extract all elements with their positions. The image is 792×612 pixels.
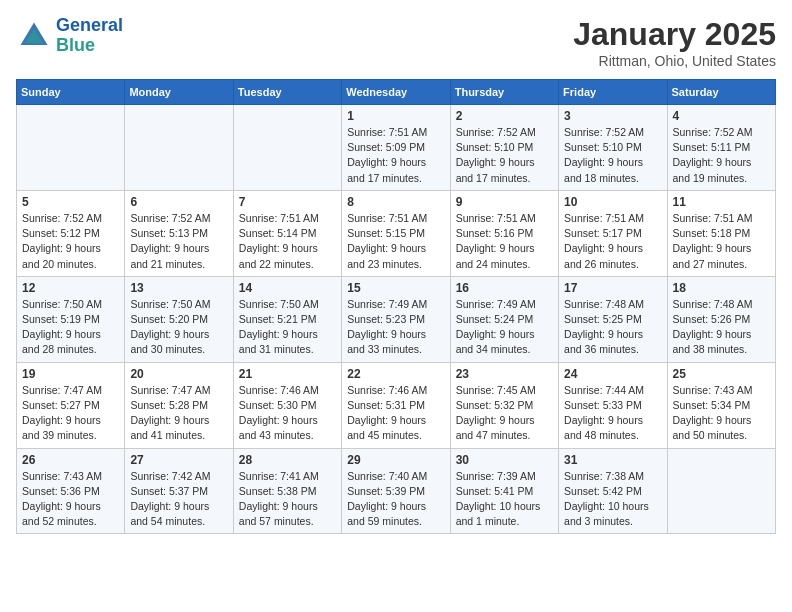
calendar-day-cell: 5Sunrise: 7:52 AMSunset: 5:12 PMDaylight… [17, 190, 125, 276]
day-number: 23 [456, 367, 553, 381]
calendar-day-cell: 29Sunrise: 7:40 AMSunset: 5:39 PMDayligh… [342, 448, 450, 534]
day-info: Sunrise: 7:42 AMSunset: 5:37 PMDaylight:… [130, 469, 227, 530]
calendar-week-row: 19Sunrise: 7:47 AMSunset: 5:27 PMDayligh… [17, 362, 776, 448]
calendar-body: 1Sunrise: 7:51 AMSunset: 5:09 PMDaylight… [17, 105, 776, 534]
calendar-day-cell: 20Sunrise: 7:47 AMSunset: 5:28 PMDayligh… [125, 362, 233, 448]
calendar-week-row: 1Sunrise: 7:51 AMSunset: 5:09 PMDaylight… [17, 105, 776, 191]
day-number: 2 [456, 109, 553, 123]
day-number: 5 [22, 195, 119, 209]
day-info: Sunrise: 7:38 AMSunset: 5:42 PMDaylight:… [564, 469, 661, 530]
logo: General Blue [16, 16, 123, 56]
calendar-day-cell: 7Sunrise: 7:51 AMSunset: 5:14 PMDaylight… [233, 190, 341, 276]
calendar-day-cell: 14Sunrise: 7:50 AMSunset: 5:21 PMDayligh… [233, 276, 341, 362]
day-info: Sunrise: 7:45 AMSunset: 5:32 PMDaylight:… [456, 383, 553, 444]
calendar-day-cell [667, 448, 775, 534]
day-number: 1 [347, 109, 444, 123]
day-info: Sunrise: 7:43 AMSunset: 5:34 PMDaylight:… [673, 383, 770, 444]
day-info: Sunrise: 7:50 AMSunset: 5:21 PMDaylight:… [239, 297, 336, 358]
day-number: 10 [564, 195, 661, 209]
month-title: January 2025 [573, 16, 776, 53]
calendar-day-cell: 3Sunrise: 7:52 AMSunset: 5:10 PMDaylight… [559, 105, 667, 191]
day-info: Sunrise: 7:51 AMSunset: 5:15 PMDaylight:… [347, 211, 444, 272]
calendar-day-cell: 23Sunrise: 7:45 AMSunset: 5:32 PMDayligh… [450, 362, 558, 448]
calendar-day-cell: 4Sunrise: 7:52 AMSunset: 5:11 PMDaylight… [667, 105, 775, 191]
day-number: 25 [673, 367, 770, 381]
day-info: Sunrise: 7:52 AMSunset: 5:11 PMDaylight:… [673, 125, 770, 186]
calendar-day-cell: 13Sunrise: 7:50 AMSunset: 5:20 PMDayligh… [125, 276, 233, 362]
day-info: Sunrise: 7:49 AMSunset: 5:24 PMDaylight:… [456, 297, 553, 358]
day-info: Sunrise: 7:50 AMSunset: 5:19 PMDaylight:… [22, 297, 119, 358]
day-info: Sunrise: 7:52 AMSunset: 5:12 PMDaylight:… [22, 211, 119, 272]
day-info: Sunrise: 7:51 AMSunset: 5:18 PMDaylight:… [673, 211, 770, 272]
calendar-day-header: Tuesday [233, 80, 341, 105]
calendar-day-cell [17, 105, 125, 191]
calendar-day-cell [125, 105, 233, 191]
calendar-day-header: Sunday [17, 80, 125, 105]
day-number: 31 [564, 453, 661, 467]
calendar-day-cell: 25Sunrise: 7:43 AMSunset: 5:34 PMDayligh… [667, 362, 775, 448]
calendar-day-cell: 9Sunrise: 7:51 AMSunset: 5:16 PMDaylight… [450, 190, 558, 276]
day-info: Sunrise: 7:46 AMSunset: 5:31 PMDaylight:… [347, 383, 444, 444]
calendar-day-header: Friday [559, 80, 667, 105]
day-info: Sunrise: 7:39 AMSunset: 5:41 PMDaylight:… [456, 469, 553, 530]
calendar-header-row: SundayMondayTuesdayWednesdayThursdayFrid… [17, 80, 776, 105]
day-number: 24 [564, 367, 661, 381]
calendar-day-cell: 26Sunrise: 7:43 AMSunset: 5:36 PMDayligh… [17, 448, 125, 534]
day-info: Sunrise: 7:47 AMSunset: 5:27 PMDaylight:… [22, 383, 119, 444]
day-number: 3 [564, 109, 661, 123]
calendar-table: SundayMondayTuesdayWednesdayThursdayFrid… [16, 79, 776, 534]
calendar-day-cell: 21Sunrise: 7:46 AMSunset: 5:30 PMDayligh… [233, 362, 341, 448]
calendar-day-header: Thursday [450, 80, 558, 105]
calendar-day-cell: 19Sunrise: 7:47 AMSunset: 5:27 PMDayligh… [17, 362, 125, 448]
logo-text: General Blue [56, 16, 123, 56]
day-number: 8 [347, 195, 444, 209]
day-info: Sunrise: 7:43 AMSunset: 5:36 PMDaylight:… [22, 469, 119, 530]
day-info: Sunrise: 7:52 AMSunset: 5:13 PMDaylight:… [130, 211, 227, 272]
day-number: 12 [22, 281, 119, 295]
day-number: 20 [130, 367, 227, 381]
calendar-day-cell: 6Sunrise: 7:52 AMSunset: 5:13 PMDaylight… [125, 190, 233, 276]
day-info: Sunrise: 7:48 AMSunset: 5:25 PMDaylight:… [564, 297, 661, 358]
day-info: Sunrise: 7:40 AMSunset: 5:39 PMDaylight:… [347, 469, 444, 530]
day-info: Sunrise: 7:44 AMSunset: 5:33 PMDaylight:… [564, 383, 661, 444]
calendar-week-row: 26Sunrise: 7:43 AMSunset: 5:36 PMDayligh… [17, 448, 776, 534]
day-number: 26 [22, 453, 119, 467]
calendar-day-cell: 24Sunrise: 7:44 AMSunset: 5:33 PMDayligh… [559, 362, 667, 448]
calendar-day-cell [233, 105, 341, 191]
day-number: 14 [239, 281, 336, 295]
day-number: 7 [239, 195, 336, 209]
location: Rittman, Ohio, United States [573, 53, 776, 69]
day-number: 18 [673, 281, 770, 295]
day-number: 13 [130, 281, 227, 295]
day-number: 11 [673, 195, 770, 209]
day-info: Sunrise: 7:51 AMSunset: 5:09 PMDaylight:… [347, 125, 444, 186]
day-info: Sunrise: 7:47 AMSunset: 5:28 PMDaylight:… [130, 383, 227, 444]
day-info: Sunrise: 7:41 AMSunset: 5:38 PMDaylight:… [239, 469, 336, 530]
day-number: 16 [456, 281, 553, 295]
day-info: Sunrise: 7:50 AMSunset: 5:20 PMDaylight:… [130, 297, 227, 358]
calendar-day-cell: 8Sunrise: 7:51 AMSunset: 5:15 PMDaylight… [342, 190, 450, 276]
calendar-day-cell: 16Sunrise: 7:49 AMSunset: 5:24 PMDayligh… [450, 276, 558, 362]
day-number: 22 [347, 367, 444, 381]
calendar-day-cell: 30Sunrise: 7:39 AMSunset: 5:41 PMDayligh… [450, 448, 558, 534]
day-number: 6 [130, 195, 227, 209]
calendar-day-cell: 2Sunrise: 7:52 AMSunset: 5:10 PMDaylight… [450, 105, 558, 191]
title-block: January 2025 Rittman, Ohio, United State… [573, 16, 776, 69]
day-number: 28 [239, 453, 336, 467]
day-number: 21 [239, 367, 336, 381]
day-info: Sunrise: 7:51 AMSunset: 5:14 PMDaylight:… [239, 211, 336, 272]
calendar-day-cell: 27Sunrise: 7:42 AMSunset: 5:37 PMDayligh… [125, 448, 233, 534]
day-info: Sunrise: 7:48 AMSunset: 5:26 PMDaylight:… [673, 297, 770, 358]
calendar-day-cell: 1Sunrise: 7:51 AMSunset: 5:09 PMDaylight… [342, 105, 450, 191]
day-info: Sunrise: 7:51 AMSunset: 5:17 PMDaylight:… [564, 211, 661, 272]
day-number: 30 [456, 453, 553, 467]
calendar-day-cell: 12Sunrise: 7:50 AMSunset: 5:19 PMDayligh… [17, 276, 125, 362]
day-number: 19 [22, 367, 119, 381]
calendar-day-cell: 11Sunrise: 7:51 AMSunset: 5:18 PMDayligh… [667, 190, 775, 276]
day-number: 17 [564, 281, 661, 295]
day-info: Sunrise: 7:52 AMSunset: 5:10 PMDaylight:… [564, 125, 661, 186]
calendar-week-row: 12Sunrise: 7:50 AMSunset: 5:19 PMDayligh… [17, 276, 776, 362]
calendar-day-header: Monday [125, 80, 233, 105]
calendar-day-cell: 31Sunrise: 7:38 AMSunset: 5:42 PMDayligh… [559, 448, 667, 534]
day-info: Sunrise: 7:51 AMSunset: 5:16 PMDaylight:… [456, 211, 553, 272]
